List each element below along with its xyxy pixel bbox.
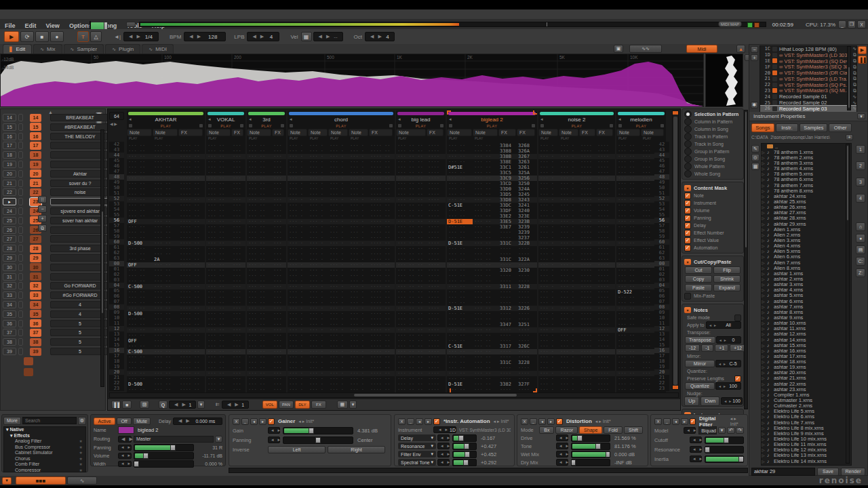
pattern-cell[interactable]: ··· · [538,262,559,268]
pattern-cell[interactable]: ··· [272,197,285,203]
pattern-cell[interactable]: ··· ·· [616,224,641,230]
sequence-row-16[interactable]: 1616THE MELODY [3,132,110,141]
pattern-cell[interactable]: 3320 [498,268,517,273]
pattern-cell[interactable]: ··· · [308,230,328,235]
pattern-cell[interactable]: ···· [427,181,444,186]
expand-icon[interactable]: ▷ [762,177,767,182]
pattern-cell[interactable]: ··· ·· [247,311,272,317]
paste-button[interactable]: Paste [685,284,712,291]
track-collapse-icon[interactable]: ◂ [249,117,252,122]
pattern-cell[interactable]: ··· · [538,181,559,186]
pattern-cell[interactable]: ··· ·· [127,279,153,284]
sequence-pos[interactable]: 18 [3,151,16,159]
pattern-cell[interactable]: ···· [427,170,444,176]
sequencer-spare-slot2[interactable] [24,368,33,376]
pattern-cell[interactable]: ···· [596,154,614,159]
pattern-number[interactable]: 38 [30,338,41,346]
pattern-cell[interactable]: ··· · [349,257,369,262]
pattern-cell[interactable]: ··· ·· [127,224,153,230]
device-param-arrows[interactable]: ◂▸ [690,455,702,462]
pattern-cell[interactable]: ··· ·· [247,203,272,208]
track-name-value[interactable]: biglead 2 [138,427,158,433]
pattern-cell[interactable]: ···· ·· [178,192,203,197]
pattern-cell[interactable]: ··· [231,235,244,241]
collapse-icon[interactable]: ▾ [684,307,691,313]
pattern-cell[interactable]: ··· · [328,203,349,208]
pattern-cell[interactable]: ···· ·· [178,186,203,192]
pattern-cell[interactable]: ···· ·· [178,360,203,365]
pattern-cell[interactable]: ··· [231,322,244,327]
expand-icon[interactable]: ▷ [762,354,767,359]
track-name-row[interactable]: ◂big lead [396,115,446,123]
pattern-cell[interactable]: ···· ·· [178,311,203,317]
pattern-cell[interactable]: ··· ·· [127,317,153,322]
param-slider[interactable] [134,444,194,451]
device-param-arrows[interactable]: ◂▸ [556,451,568,458]
path-options-button[interactable]: + [846,134,853,140]
pattern-cell[interactable]: ··· ·· [206,317,231,322]
pattern-cell[interactable]: ··· · [328,306,349,311]
pattern-cell[interactable]: ··· · [288,170,308,176]
pattern-cell[interactable]: ··· · [349,251,369,257]
browser-tab-samples[interactable]: Samples [800,123,827,132]
expand-icon[interactable]: ▷ [762,166,767,171]
pattern-cell[interactable]: ··· ·· [447,360,473,365]
pattern-cell[interactable]: ··· · [349,382,369,387]
pattern-cell[interactable]: ··· · [328,197,349,203]
pattern-cell[interactable]: ··· ·· [616,354,641,360]
pattern-cell[interactable]: ··· · [559,159,579,165]
pattern-cell[interactable]: ··· ·· [447,273,473,279]
sequence-pos[interactable]: 27 [3,235,16,243]
pattern-cell[interactable]: D#51E [447,165,473,170]
pattern-cell[interactable]: ···· [579,214,596,219]
checkbox-icon[interactable]: ✓ [684,230,691,237]
sequence-row-17[interactable]: 1717 [3,141,110,150]
pattern-cell[interactable]: ···· [517,251,536,257]
pattern-cell[interactable]: ··· · [328,219,349,224]
pattern-cell[interactable]: ···· ·· [178,214,203,219]
pattern-cell[interactable]: ··· · [288,289,308,295]
pattern-cell[interactable]: ··· ·· [153,327,178,333]
pattern-cell[interactable]: ···· ·· [178,219,203,224]
dsp-search-input[interactable]: Search [22,417,77,424]
pattern-cell[interactable]: ··· · [538,159,559,165]
track-name-row[interactable]: ◂3rd [247,115,286,123]
pattern-cell[interactable]: ··· ·· [153,159,178,165]
apply-to-box[interactable]: ◂▸All [706,321,741,329]
model-dropdown[interactable]: ▾ [718,427,726,434]
device-next-button[interactable]: ▸ [425,418,432,425]
pattern-cell[interactable]: ··· · [538,338,559,344]
edit-mode-button[interactable]: T [77,31,89,42]
pattern-cell[interactable]: ··· [272,230,285,235]
expand-icon[interactable]: ▷ [762,254,767,259]
pattern-cell[interactable]: ··· · [308,241,328,246]
pattern-cell[interactable]: ··· ·· ·· [396,159,427,165]
pattern-cell[interactable]: ··· · [308,360,328,365]
track-collapse-icon[interactable]: ◂ [290,117,292,122]
pattern-cell[interactable]: ··· [272,365,285,371]
pattern-cell[interactable]: ··· ·· ·· [396,382,427,387]
pattern-cell[interactable]: ··· ·· [206,349,231,354]
pattern-cell[interactable]: ··· · [328,268,349,273]
pattern-cell[interactable]: ···· [596,360,614,365]
pattern-cell[interactable]: ··· ·· [247,273,272,279]
sequence-pos[interactable]: 30 [3,264,16,271]
expand-icon[interactable]: ▷ [762,321,767,325]
pattern-cell[interactable]: ··· · [538,295,559,300]
pattern-cell[interactable]: ···· [517,333,536,338]
pattern-cell[interactable]: ··· · [349,306,369,311]
sequence-mute-toggle[interactable] [18,114,23,121]
bookmark-4[interactable]: 4 [856,194,865,203]
pattern-cell[interactable]: ···· ·· [369,344,393,349]
device-close-button[interactable]: X [521,418,528,425]
pattern-cell[interactable]: ··· ·· ·· [396,257,427,262]
pattern-cell[interactable]: ··· [231,327,244,333]
pattern-cell[interactable]: ··· · [328,251,349,257]
pattern-cell[interactable]: ··· ·· [153,192,178,197]
pattern-cell[interactable]: ···· ·· [178,246,203,251]
pattern-cell[interactable]: 33D8 [498,197,517,203]
pattern-cell[interactable]: ··· · [288,262,308,268]
pattern-cell[interactable]: ··· · [328,327,349,333]
pattern-cell[interactable]: ··· ·· [616,295,641,300]
pattern-cell[interactable]: ··· · [308,159,328,165]
